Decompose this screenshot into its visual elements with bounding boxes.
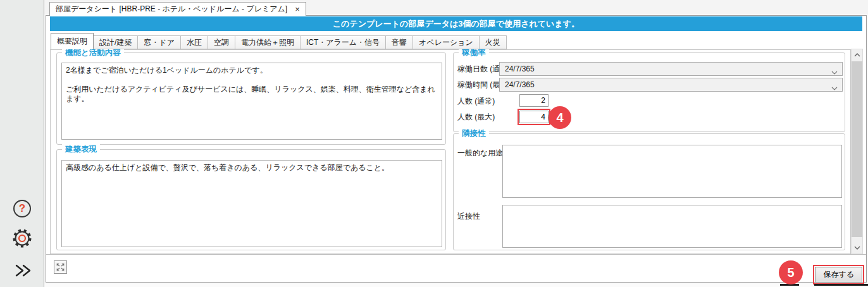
- tab-acoustics[interactable]: 音響: [385, 35, 413, 49]
- operating-hours-value: 24/7/365: [505, 80, 535, 89]
- annotation-step-4-badge: 4: [549, 106, 571, 129]
- expand-chevrons-icon[interactable]: [13, 260, 33, 281]
- vertical-scrollbar[interactable]: [851, 49, 863, 254]
- tab-ict-alarm-signal[interactable]: ICT・アラーム・信号: [300, 35, 386, 49]
- scroll-up-icon[interactable]: [852, 49, 862, 61]
- tab-windows-doors[interactable]: 窓・ドア: [137, 35, 181, 49]
- main-panel: このテンプレートの部屋データは3個の部屋で使用されています。 概要説明 設計/建…: [46, 15, 867, 283]
- proximity-textarea[interactable]: [502, 205, 842, 248]
- save-button-highlight: 保存する: [813, 265, 864, 284]
- people-normal-input[interactable]: [519, 94, 549, 107]
- tab-fire[interactable]: 火災: [479, 35, 507, 49]
- general-use-textarea[interactable]: [502, 145, 842, 198]
- function-activities-textarea[interactable]: 2名様までご宿泊いただける1ベッドルームのホテルです。 ご利用いただけるアクティ…: [61, 63, 442, 140]
- scroll-down-icon[interactable]: [852, 242, 862, 253]
- help-icon[interactable]: ?: [13, 200, 31, 217]
- footer-bar: 5 保存する: [46, 254, 866, 282]
- operating-hours-select[interactable]: 24/7/365: [499, 78, 843, 92]
- people-max-highlight: [518, 109, 550, 125]
- people-max-label: 人数 (最大): [457, 112, 495, 122]
- tab-power-lighting[interactable]: 電力供給＋照明: [235, 35, 301, 49]
- tab-overview[interactable]: 概要説明: [51, 33, 94, 49]
- group-occupancy-rate: 稼働率 稼働日数 (通常) 24/7/365 稼働時間 (最大) 24/7/36…: [453, 52, 845, 132]
- group-title: 隣接性: [459, 128, 489, 139]
- people-max-input[interactable]: [519, 111, 549, 123]
- proximity-label: 近接性: [457, 211, 480, 221]
- tab-design-architecture[interactable]: 設計/建築: [93, 35, 138, 49]
- overview-content: 機能と活動内容 2名様までご宿泊いただける1ベッドルームのホテルです。 ご利用い…: [50, 49, 851, 254]
- people-normal-label: 人数 (通常): [457, 96, 495, 106]
- tab-hvac[interactable]: 空調: [208, 35, 235, 49]
- window-edge-segment: [814, 284, 868, 286]
- expand-view-button[interactable]: [54, 260, 67, 274]
- save-button[interactable]: 保存する: [815, 267, 862, 283]
- group-title: 建築表現: [62, 144, 100, 155]
- operating-days-select[interactable]: 24/7/365: [499, 62, 843, 76]
- operating-days-value: 24/7/365: [505, 64, 535, 73]
- left-sidebar: ?: [0, 0, 44, 287]
- section-tabstrip: 概要説明 設計/建築 窓・ドア 水圧 空調 電力供給＋照明 ICT・アラーム・信…: [51, 33, 507, 49]
- architectural-expression-textarea[interactable]: 高級感のある仕上げと設備で、贅沢で、落ち着きのある、リラックスできる部屋であるこ…: [61, 160, 442, 247]
- document-tab-title: 部屋データシート [HBR-PRE - ホテル・ベッドルーム - プレミアム]: [56, 4, 287, 15]
- close-icon[interactable]: ×: [295, 5, 300, 13]
- scrollbar-thumb[interactable]: [852, 61, 862, 237]
- settings-gear-icon[interactable]: [11, 228, 33, 249]
- general-use-label: 一般的な用途: [457, 148, 503, 158]
- app-window: ? 部屋データシート [HBR-PRE - ホテル・ベッドルーム - プレミアム…: [0, 0, 868, 287]
- group-adjacency: 隣接性 一般的な用途 近接性: [453, 133, 845, 250]
- chevron-down-icon: [831, 68, 838, 76]
- chevron-down-icon: [831, 83, 838, 92]
- tab-operation[interactable]: オペレーション: [412, 35, 480, 49]
- group-function-activities: 機能と活動内容 2名様までご宿泊いただける1ベッドルームのホテルです。 ご利用い…: [56, 52, 446, 145]
- usage-banner: このテンプレートの部屋データは3個の部屋で使用されています。: [50, 16, 862, 31]
- tab-water-pressure[interactable]: 水圧: [180, 35, 208, 49]
- group-architectural-expression: 建築表現 高級感のある仕上げと設備で、贅沢で、落ち着きのある、リラックスできる部…: [56, 149, 446, 250]
- annotation-step-5-badge: 5: [779, 260, 803, 284]
- help-question-glyph: ?: [19, 202, 25, 215]
- document-tab[interactable]: 部屋データシート [HBR-PRE - ホテル・ベッドルーム - プレミアム] …: [49, 2, 306, 16]
